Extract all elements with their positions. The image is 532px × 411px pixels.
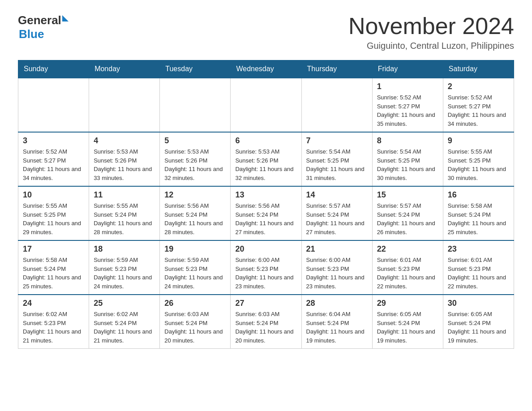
day-number: 22 <box>377 244 438 254</box>
calendar-cell: 25Sunrise: 6:02 AMSunset: 5:24 PMDayligh… <box>89 295 160 349</box>
day-info: Sunrise: 6:02 AMSunset: 5:24 PMDaylight:… <box>94 310 155 345</box>
day-number: 9 <box>448 136 509 146</box>
day-info: Sunrise: 5:56 AMSunset: 5:24 PMDaylight:… <box>235 201 296 236</box>
calendar-cell: 9Sunrise: 5:55 AMSunset: 5:25 PMDaylight… <box>443 132 514 186</box>
calendar-cell: 1Sunrise: 5:52 AMSunset: 5:27 PMDaylight… <box>372 78 443 132</box>
day-number: 16 <box>448 190 509 200</box>
day-number: 12 <box>164 190 226 200</box>
day-number: 8 <box>377 136 438 146</box>
calendar-cell <box>231 78 301 132</box>
month-title: November 2024 <box>348 13 514 39</box>
calendar-cell: 20Sunrise: 6:00 AMSunset: 5:23 PMDayligh… <box>231 240 301 295</box>
calendar-cell: 11Sunrise: 5:55 AMSunset: 5:24 PMDayligh… <box>89 186 160 240</box>
calendar-cell: 28Sunrise: 6:04 AMSunset: 5:24 PMDayligh… <box>301 295 372 349</box>
col-header-sunday: Sunday <box>18 60 89 78</box>
day-number: 29 <box>377 299 438 308</box>
week-row-4: 17Sunrise: 5:58 AMSunset: 5:24 PMDayligh… <box>18 240 514 295</box>
col-header-saturday: Saturday <box>443 60 514 78</box>
calendar-cell: 17Sunrise: 5:58 AMSunset: 5:24 PMDayligh… <box>18 240 89 295</box>
day-info: Sunrise: 6:00 AMSunset: 5:23 PMDaylight:… <box>306 256 368 291</box>
day-number: 6 <box>235 136 296 146</box>
day-info: Sunrise: 5:55 AMSunset: 5:25 PMDaylight:… <box>448 147 509 182</box>
day-info: Sunrise: 5:58 AMSunset: 5:24 PMDaylight:… <box>23 256 84 291</box>
day-info: Sunrise: 5:57 AMSunset: 5:24 PMDaylight:… <box>377 201 438 236</box>
logo: General Blue <box>18 13 69 41</box>
day-info: Sunrise: 5:59 AMSunset: 5:23 PMDaylight:… <box>164 256 226 291</box>
calendar-cell: 24Sunrise: 6:02 AMSunset: 5:23 PMDayligh… <box>18 295 89 349</box>
day-number: 13 <box>235 190 296 200</box>
calendar-cell: 27Sunrise: 6:03 AMSunset: 5:24 PMDayligh… <box>231 295 301 349</box>
calendar-cell: 14Sunrise: 5:57 AMSunset: 5:24 PMDayligh… <box>301 186 372 240</box>
calendar-cell: 2Sunrise: 5:52 AMSunset: 5:27 PMDaylight… <box>443 78 514 132</box>
day-info: Sunrise: 6:01 AMSunset: 5:23 PMDaylight:… <box>448 256 509 291</box>
calendar-cell: 21Sunrise: 6:00 AMSunset: 5:23 PMDayligh… <box>301 240 372 295</box>
col-header-tuesday: Tuesday <box>160 60 231 78</box>
logo-blue-text: Blue <box>19 27 69 41</box>
calendar-cell: 29Sunrise: 6:05 AMSunset: 5:24 PMDayligh… <box>372 295 443 349</box>
day-number: 28 <box>306 299 368 308</box>
day-number: 4 <box>94 136 155 146</box>
day-info: Sunrise: 5:54 AMSunset: 5:25 PMDaylight:… <box>306 147 368 182</box>
col-header-monday: Monday <box>89 60 160 78</box>
day-number: 30 <box>448 299 509 308</box>
logo-general-text: General <box>18 13 61 27</box>
day-number: 24 <box>23 299 84 308</box>
calendar-cell: 19Sunrise: 5:59 AMSunset: 5:23 PMDayligh… <box>160 240 231 295</box>
day-info: Sunrise: 5:55 AMSunset: 5:24 PMDaylight:… <box>94 201 155 236</box>
day-info: Sunrise: 6:05 AMSunset: 5:24 PMDaylight:… <box>448 310 509 345</box>
page-header: General Blue November 2024 Guiguinto, Ce… <box>18 13 514 51</box>
day-info: Sunrise: 6:05 AMSunset: 5:24 PMDaylight:… <box>377 310 438 345</box>
day-number: 11 <box>94 190 155 200</box>
day-info: Sunrise: 6:03 AMSunset: 5:24 PMDaylight:… <box>235 310 296 345</box>
calendar-cell: 18Sunrise: 5:59 AMSunset: 5:23 PMDayligh… <box>89 240 160 295</box>
day-info: Sunrise: 5:57 AMSunset: 5:24 PMDaylight:… <box>306 201 368 236</box>
calendar-cell: 22Sunrise: 6:01 AMSunset: 5:23 PMDayligh… <box>372 240 443 295</box>
day-number: 18 <box>94 244 155 254</box>
day-info: Sunrise: 5:52 AMSunset: 5:27 PMDaylight:… <box>448 93 509 128</box>
day-number: 5 <box>164 136 226 146</box>
day-number: 26 <box>164 299 226 308</box>
calendar-cell: 13Sunrise: 5:56 AMSunset: 5:24 PMDayligh… <box>231 186 301 240</box>
day-number: 20 <box>235 244 296 254</box>
title-area: November 2024 Guiguinto, Central Luzon, … <box>348 13 514 51</box>
day-info: Sunrise: 5:52 AMSunset: 5:27 PMDaylight:… <box>23 147 84 182</box>
day-number: 27 <box>235 299 296 308</box>
col-header-wednesday: Wednesday <box>231 60 301 78</box>
day-info: Sunrise: 6:04 AMSunset: 5:24 PMDaylight:… <box>306 310 368 345</box>
calendar-cell: 4Sunrise: 5:53 AMSunset: 5:26 PMDaylight… <box>89 132 160 186</box>
calendar-cell: 8Sunrise: 5:54 AMSunset: 5:25 PMDaylight… <box>372 132 443 186</box>
day-number: 19 <box>164 244 226 254</box>
day-info: Sunrise: 5:53 AMSunset: 5:26 PMDaylight:… <box>235 147 296 182</box>
day-number: 2 <box>448 82 509 91</box>
day-info: Sunrise: 5:53 AMSunset: 5:26 PMDaylight:… <box>164 147 226 182</box>
calendar-cell: 23Sunrise: 6:01 AMSunset: 5:23 PMDayligh… <box>443 240 514 295</box>
day-number: 21 <box>306 244 368 254</box>
day-info: Sunrise: 6:03 AMSunset: 5:24 PMDaylight:… <box>164 310 226 345</box>
day-info: Sunrise: 6:00 AMSunset: 5:23 PMDaylight:… <box>235 256 296 291</box>
calendar-cell: 15Sunrise: 5:57 AMSunset: 5:24 PMDayligh… <box>372 186 443 240</box>
week-row-1: 1Sunrise: 5:52 AMSunset: 5:27 PMDaylight… <box>18 78 514 132</box>
day-number: 7 <box>306 136 368 146</box>
calendar-cell: 26Sunrise: 6:03 AMSunset: 5:24 PMDayligh… <box>160 295 231 349</box>
calendar-cell: 12Sunrise: 5:56 AMSunset: 5:24 PMDayligh… <box>160 186 231 240</box>
calendar-cell <box>89 78 160 132</box>
calendar-cell: 7Sunrise: 5:54 AMSunset: 5:25 PMDaylight… <box>301 132 372 186</box>
calendar-cell: 30Sunrise: 6:05 AMSunset: 5:24 PMDayligh… <box>443 295 514 349</box>
logo-arrow-icon <box>62 15 69 21</box>
calendar-cell: 5Sunrise: 5:53 AMSunset: 5:26 PMDaylight… <box>160 132 231 186</box>
day-info: Sunrise: 6:02 AMSunset: 5:23 PMDaylight:… <box>23 310 84 345</box>
day-info: Sunrise: 5:55 AMSunset: 5:25 PMDaylight:… <box>23 201 84 236</box>
week-row-5: 24Sunrise: 6:02 AMSunset: 5:23 PMDayligh… <box>18 295 514 349</box>
day-info: Sunrise: 5:53 AMSunset: 5:26 PMDaylight:… <box>94 147 155 182</box>
day-number: 10 <box>23 190 84 200</box>
day-info: Sunrise: 5:59 AMSunset: 5:23 PMDaylight:… <box>94 256 155 291</box>
day-number: 14 <box>306 190 368 200</box>
day-number: 25 <box>94 299 155 308</box>
day-info: Sunrise: 5:58 AMSunset: 5:24 PMDaylight:… <box>448 201 509 236</box>
calendar-table: SundayMondayTuesdayWednesdayThursdayFrid… <box>18 60 514 349</box>
calendar-cell <box>160 78 231 132</box>
col-header-thursday: Thursday <box>301 60 372 78</box>
week-row-2: 3Sunrise: 5:52 AMSunset: 5:27 PMDaylight… <box>18 132 514 186</box>
calendar-cell <box>18 78 89 132</box>
day-number: 17 <box>23 244 84 254</box>
